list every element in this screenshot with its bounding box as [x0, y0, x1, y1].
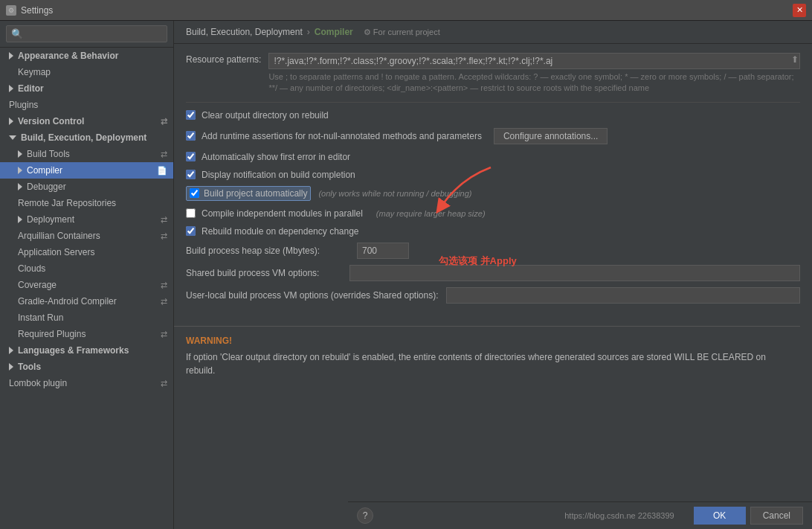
expand-input-button[interactable]: ⬆ — [791, 54, 799, 65]
sidebar-item-label: Arquillian Containers — [18, 231, 100, 241]
sidebar-item-label: Instant Run — [18, 312, 63, 323]
cancel-button[interactable]: Cancel — [750, 507, 803, 525]
window-title: Settings — [21, 5, 53, 16]
build-auto-row: Build project automatically (only works … — [186, 186, 800, 201]
sync-icon-cov: ⇄ — [161, 280, 167, 290]
sync-icon-gradle: ⇄ — [161, 297, 167, 307]
sidebar-item-clouds[interactable]: Clouds — [0, 260, 173, 277]
sidebar-item-languages[interactable]: Languages & Frameworks — [0, 342, 173, 359]
sync-icon-build: ⇄ — [161, 150, 167, 159]
configure-annotations-button[interactable]: Configure annotations... — [494, 128, 608, 144]
display-notification-checkbox[interactable] — [186, 170, 196, 179]
warning-text: If option 'Clear output directory on reb… — [186, 350, 788, 377]
heap-size-input[interactable] — [357, 243, 409, 259]
expand-icon — [9, 135, 16, 140]
resource-patterns-input[interactable] — [268, 53, 800, 69]
bottom-bar: ? https://blog.csdn.ne 22638399 OK Cance… — [348, 501, 812, 529]
sidebar-item-label: Appearance & Behavior — [18, 51, 118, 61]
user-local-vm-row: User-local build process VM options (ove… — [186, 287, 800, 304]
expand-icon — [18, 167, 22, 174]
breadcrumb-path: Build, Execution, Deployment — [186, 27, 303, 37]
user-local-vm-label: User-local build process VM options (ove… — [186, 290, 439, 301]
sidebar-item-debugger[interactable]: Debugger — [0, 179, 173, 195]
expand-icon — [18, 216, 22, 223]
build-auto-checkbox[interactable] — [190, 188, 199, 198]
sidebar-item-deployment[interactable]: Deployment ⇄ — [0, 211, 173, 228]
sidebar-item-lombok[interactable]: Lombok plugin ⇄ — [0, 375, 173, 391]
resource-hint-text: Use ; to separate patterns and ! to nega… — [268, 71, 800, 94]
sidebar-item-label: Build, Execution, Deployment — [21, 132, 146, 143]
shared-vm-input[interactable] — [349, 265, 800, 281]
sidebar-item-label: Gradle-Android Compiler — [18, 296, 117, 307]
sidebar-item-label: Clouds — [18, 263, 45, 274]
sync-icon: ⇄ — [161, 117, 167, 126]
sidebar-item-appearance[interactable]: Appearance & Behavior — [0, 48, 173, 64]
expand-icon — [9, 347, 13, 354]
clear-output-checkbox[interactable] — [186, 110, 196, 120]
close-button[interactable]: ✕ — [793, 4, 806, 17]
sidebar-item-label: Build Tools — [27, 149, 70, 159]
help-button[interactable]: ? — [357, 507, 373, 524]
breadcrumb-separator: › — [307, 27, 310, 37]
add-runtime-checkbox[interactable] — [186, 131, 196, 141]
sidebar-item-editor[interactable]: Editor — [0, 80, 173, 97]
shared-vm-label: Shared build process VM options: — [186, 268, 349, 278]
breadcrumb-note: ⚙ For current project — [364, 28, 440, 37]
sidebar-item-required-plugins[interactable]: Required Plugins ⇄ — [0, 326, 173, 342]
compile-independent-label: Compile independent modules in parallel — [202, 208, 363, 219]
display-notification-label: Display notification on build completion — [202, 170, 355, 180]
compile-independent-checkbox[interactable] — [186, 208, 196, 218]
window-icon: ⚙ — [6, 5, 16, 16]
sidebar-item-instant-run[interactable]: Instant Run — [0, 310, 173, 326]
sidebar-item-tools[interactable]: Tools — [0, 359, 173, 375]
expand-icon — [9, 85, 13, 92]
sidebar-item-remote-jar[interactable]: Remote Jar Repositories — [0, 195, 173, 211]
sidebar-item-build-exec[interactable]: Build, Execution, Deployment — [0, 129, 173, 146]
build-auto-label: Build project automatically — [204, 188, 307, 199]
url-note: https://blog.csdn.ne 22638399 — [564, 511, 674, 520]
shared-vm-row: Shared build process VM options: 勾选该项 并A… — [186, 265, 800, 281]
show-first-error-checkbox[interactable] — [186, 152, 196, 161]
heap-size-label: Build process heap size (Mbytes): — [186, 246, 349, 256]
add-runtime-label: Add runtime assertions for not-null-anno… — [202, 131, 482, 141]
sidebar-item-label: Languages & Frameworks — [18, 345, 129, 356]
sidebar-item-label: Deployment — [27, 214, 74, 225]
rebuild-module-label: Rebuild module on dependency change — [202, 226, 359, 237]
sidebar-item-version-control[interactable]: Version Control ⇄ — [0, 113, 173, 129]
sync-icon-deploy: ⇄ — [161, 215, 167, 225]
sidebar-item-arquillian[interactable]: Arquillian Containers ⇄ — [0, 228, 173, 244]
sync-icon-arq: ⇄ — [161, 231, 167, 241]
sync-icon-lp: ⇄ — [161, 379, 167, 388]
sidebar-item-label: Keymap — [18, 67, 51, 77]
breadcrumb-current: Compiler — [315, 27, 353, 37]
clear-output-label: Clear output directory on rebuild — [202, 110, 329, 121]
settings-content: Resource patterns: ⬆ Use ; to separate p… — [174, 44, 812, 394]
sidebar-item-label: Version Control — [18, 116, 84, 126]
sidebar-item-compiler[interactable]: Compiler 📄 — [0, 162, 173, 179]
sidebar-search-container — [0, 21, 173, 48]
sidebar-item-plugins[interactable]: Plugins — [0, 97, 173, 113]
build-auto-highlight: Build project automatically — [186, 186, 311, 201]
clear-output-row: Clear output directory on rebuild — [186, 109, 800, 122]
page-icon: 📄 — [157, 166, 167, 176]
resource-patterns-row: Resource patterns: ⬆ Use ; to separate p… — [186, 53, 800, 94]
search-input[interactable] — [6, 25, 167, 42]
compile-independent-note: (may require larger heap size) — [376, 209, 486, 218]
annotation-text: 勾选该项 并Apply — [439, 254, 517, 268]
resource-input-container: ⬆ Use ; to separate patterns and ! to ne… — [268, 53, 800, 94]
show-first-error-row: Automatically show first error in editor — [186, 150, 800, 164]
expand-icon — [9, 52, 13, 60]
warning-title: WARNING! — [186, 334, 788, 347]
sidebar-item-build-tools[interactable]: Build Tools ⇄ — [0, 146, 173, 162]
user-local-vm-input[interactable] — [446, 287, 801, 304]
sidebar-item-app-servers[interactable]: Application Servers — [0, 244, 173, 260]
sidebar-item-coverage[interactable]: Coverage ⇄ — [0, 277, 173, 293]
sidebar-item-label: Editor — [18, 83, 44, 94]
ok-button[interactable]: OK — [694, 507, 746, 525]
sidebar-item-label: Debugger — [27, 182, 66, 192]
breadcrumb: Build, Execution, Deployment › Compiler … — [174, 21, 812, 44]
sidebar-item-label: Plugins — [9, 100, 38, 110]
sidebar-item-keymap[interactable]: Keymap — [0, 64, 173, 80]
rebuild-module-checkbox[interactable] — [186, 226, 196, 236]
sidebar-item-gradle-android[interactable]: Gradle-Android Compiler ⇄ — [0, 293, 173, 310]
